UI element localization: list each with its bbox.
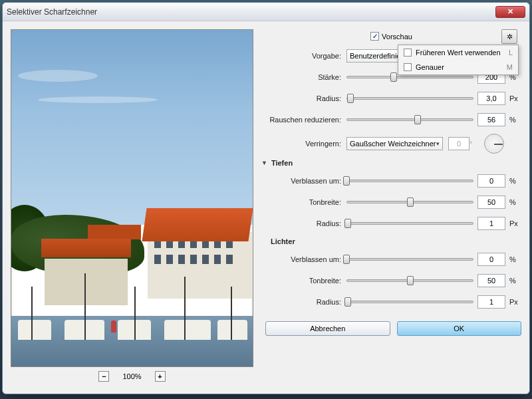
radius-slider[interactable] xyxy=(346,92,473,104)
disclosure-triangle-icon: ▼ xyxy=(261,160,267,166)
popup-shortcut: M xyxy=(507,63,513,71)
accurate-checkbox[interactable] xyxy=(404,63,412,71)
settings-popup: Früheren Wert verwenden L Genauer M xyxy=(398,45,519,75)
window-title: Selektiver Scharfzeichner xyxy=(7,7,495,17)
preview-pane: − 100% + xyxy=(11,29,253,386)
popup-shortcut: L xyxy=(509,49,513,57)
zoom-in-button[interactable]: + xyxy=(155,371,166,382)
shadows-section-header[interactable]: ▼ Tiefen xyxy=(261,159,521,167)
noise-slider[interactable] xyxy=(346,114,473,126)
button-row: Abbrechen OK xyxy=(261,321,521,336)
degree-unit: ° xyxy=(469,140,481,148)
cancel-button[interactable]: Abbrechen xyxy=(265,321,390,336)
shadows-radius-slider[interactable] xyxy=(346,217,473,229)
shadows-fade-slider[interactable] xyxy=(346,175,473,187)
shadows-width-slider[interactable] xyxy=(346,196,473,208)
settings-button[interactable]: ✲ xyxy=(501,29,517,44)
highlights-radius-slider[interactable] xyxy=(346,296,473,308)
radius-row: Radius: Px xyxy=(261,91,521,106)
zoom-level: 100% xyxy=(122,372,141,380)
highlights-radius-row: Radius: Px xyxy=(261,295,521,309)
shadows-width-input[interactable] xyxy=(477,196,505,209)
titlebar[interactable]: Selektiver Scharfzeichner ✕ xyxy=(3,3,529,21)
close-icon: ✕ xyxy=(507,7,513,16)
zoom-out-button[interactable]: − xyxy=(98,371,109,382)
highlights-width-slider[interactable] xyxy=(346,275,473,287)
zoom-bar: − 100% + xyxy=(11,367,253,386)
controls-pane: ✲ Früheren Wert verwenden L Genauer M ✓ … xyxy=(261,29,521,386)
preset-label: Vorgabe: xyxy=(261,52,346,60)
highlights-radius-label: Radius: xyxy=(261,298,346,306)
minus-icon: − xyxy=(102,372,106,380)
close-button[interactable]: ✕ xyxy=(495,6,525,18)
unit: % xyxy=(509,177,521,185)
gear-icon: ✲ xyxy=(507,33,513,41)
highlights-fade-row: Verblassen um: % xyxy=(261,252,521,267)
highlights-section-header[interactable]: Lichter xyxy=(271,237,521,245)
popup-label: Früheren Wert verwenden xyxy=(416,49,501,57)
highlights-fade-slider[interactable] xyxy=(346,253,473,265)
unit: Px xyxy=(509,94,521,102)
popup-label: Genauer xyxy=(416,63,444,71)
noise-label: Rauschen reduzieren: xyxy=(261,116,346,124)
noise-input[interactable] xyxy=(477,113,505,126)
dialog-window: Selektiver Scharfzeichner ✕ − 100 xyxy=(2,2,530,394)
legacy-checkbox[interactable] xyxy=(404,49,412,57)
unit: Px xyxy=(509,298,521,306)
highlights-header-text: Lichter xyxy=(271,237,295,245)
cancel-label: Abbrechen xyxy=(310,325,345,332)
angle-input[interactable] xyxy=(448,137,469,150)
preset-value: Benutzerdefiniert xyxy=(350,52,405,60)
highlights-fade-input[interactable] xyxy=(477,253,505,266)
ok-label: OK xyxy=(454,325,464,332)
highlights-width-label: Tonbreite: xyxy=(261,277,346,285)
shadows-fade-input[interactable] xyxy=(477,174,505,188)
unit: % xyxy=(509,116,521,124)
angle-dial[interactable] xyxy=(484,134,504,154)
highlights-fade-label: Verblassen um: xyxy=(261,255,346,263)
plus-icon: + xyxy=(158,372,162,380)
preview-row: ✓ Vorschau xyxy=(261,32,521,41)
radius-label: Radius: xyxy=(261,94,346,102)
reduce-row: Verringern: Gaußscher Weichzeichner ° xyxy=(261,134,521,154)
unit: % xyxy=(509,255,521,263)
radius-input[interactable] xyxy=(477,92,505,105)
reduce-value: Gaußscher Weichzeichner xyxy=(350,140,436,148)
dialog-content: − 100% + ✲ Früheren Wert verwenden L Gen… xyxy=(3,21,529,394)
noise-row: Rauschen reduzieren: % xyxy=(261,112,521,127)
shadows-radius-row: Radius: Px xyxy=(261,216,521,231)
reduce-dropdown[interactable]: Gaußscher Weichzeichner xyxy=(346,137,443,150)
popup-item-legacy[interactable]: Früheren Wert verwenden L xyxy=(398,45,518,60)
shadows-fade-row: Verblassen um: % xyxy=(261,174,521,188)
ok-button[interactable]: OK xyxy=(397,321,522,336)
shadows-fade-label: Verblassen um: xyxy=(261,177,346,185)
highlights-width-row: Tonbreite: % xyxy=(261,273,521,288)
shadows-width-label: Tonbreite: xyxy=(261,198,346,206)
highlights-width-input[interactable] xyxy=(477,274,505,287)
shadows-radius-input[interactable] xyxy=(477,217,505,230)
unit: Px xyxy=(509,219,521,227)
unit: % xyxy=(509,277,521,285)
preview-checkbox[interactable]: ✓ xyxy=(370,32,379,41)
popup-item-accurate[interactable]: Genauer M xyxy=(398,60,518,74)
highlights-radius-input[interactable] xyxy=(477,295,505,309)
shadows-header-text: Tiefen xyxy=(271,159,293,167)
preview-label: Vorschau xyxy=(382,33,412,41)
shadows-width-row: Tonbreite: % xyxy=(261,195,521,209)
strength-label: Stärke: xyxy=(261,73,346,81)
preview-image[interactable] xyxy=(11,29,253,367)
reduce-label: Verringern: xyxy=(261,140,346,148)
unit: % xyxy=(509,198,521,206)
shadows-radius-label: Radius: xyxy=(261,219,346,227)
